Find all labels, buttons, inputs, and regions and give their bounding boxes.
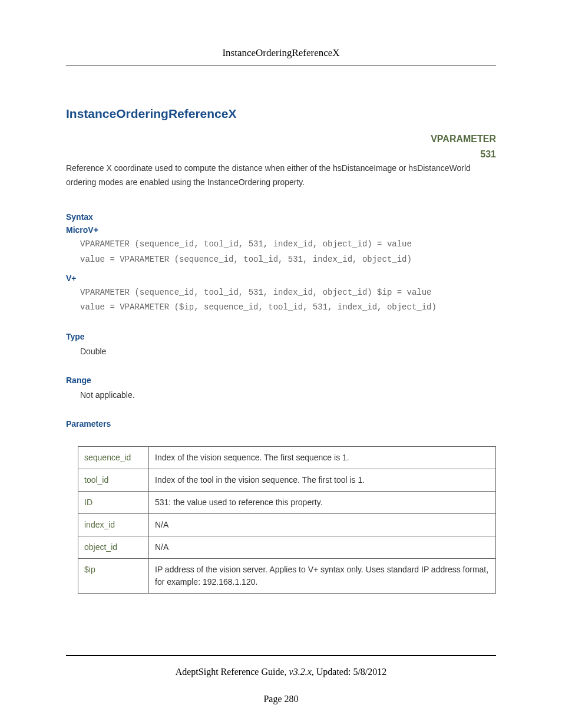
vplus-code: VPARAMETER (sequence_id, tool_id, 531, i… (80, 285, 496, 316)
header-title: InstanceOrderingReferenceX (222, 47, 339, 58)
parameters-table: sequence_idIndex of the vision sequence.… (78, 446, 496, 594)
param-name-cell: ID (78, 491, 149, 513)
param-name-cell: tool_id (78, 469, 149, 491)
param-desc-cell: N/A (149, 513, 496, 536)
param-desc-cell: Index of the vision sequence. The first … (149, 446, 496, 469)
page-number: Page 280 (66, 694, 496, 704)
param-desc-cell: N/A (149, 536, 496, 558)
param-desc-cell: 531: the value used to reference this pr… (149, 491, 496, 513)
page-header: InstanceOrderingReferenceX (66, 47, 496, 65)
type-heading: Type (66, 332, 496, 341)
table-row: tool_idIndex of the tool in the vision s… (78, 469, 496, 491)
param-name-cell: index_id (78, 513, 149, 536)
param-name-cell: object_id (78, 536, 149, 558)
vparameter-label: VPARAMETER (66, 131, 496, 147)
param-desc-cell: Index of the tool in the vision sequence… (149, 469, 496, 491)
footer-guide: AdeptSight Reference Guide (176, 667, 285, 677)
range-value: Not applicable. (80, 388, 496, 403)
footer-version: , v3.2.x (285, 667, 312, 677)
vparameter-block: VPARAMETER 531 (66, 131, 496, 162)
param-name-cell: $ip (78, 558, 149, 593)
parameters-heading: Parameters (66, 419, 496, 429)
footer-text: AdeptSight Reference Guide, v3.2.x, Upda… (66, 655, 496, 677)
microv-heading: MicroV+ (66, 225, 496, 235)
page-footer: AdeptSight Reference Guide, v3.2.x, Upda… (66, 655, 496, 704)
table-row: index_idN/A (78, 513, 496, 536)
syntax-heading: Syntax (66, 212, 496, 222)
type-value: Double (80, 345, 496, 359)
table-row: object_idN/A (78, 536, 496, 558)
range-heading: Range (66, 375, 496, 385)
param-name-cell: sequence_id (78, 446, 149, 469)
title-row: InstanceOrderingReferenceX (66, 107, 496, 121)
param-desc-cell: IP address of the vision server. Applies… (149, 558, 496, 593)
table-row: sequence_idIndex of the vision sequence.… (78, 446, 496, 469)
description-text: Reference X coordinate used to compute t… (66, 162, 496, 190)
footer-updated: , Updated: 5/8/2012 (312, 667, 387, 677)
main-title: InstanceOrderingReferenceX (66, 107, 236, 121)
table-row: $ipIP address of the vision server. Appl… (78, 558, 496, 593)
page-container: InstanceOrderingReferenceX InstanceOrder… (0, 0, 562, 728)
vparameter-number: 531 (66, 147, 496, 162)
microv-code: VPARAMETER (sequence_id, tool_id, 531, i… (80, 237, 496, 268)
vplus-heading: V+ (66, 274, 496, 283)
table-row: ID531: the value used to reference this … (78, 491, 496, 513)
